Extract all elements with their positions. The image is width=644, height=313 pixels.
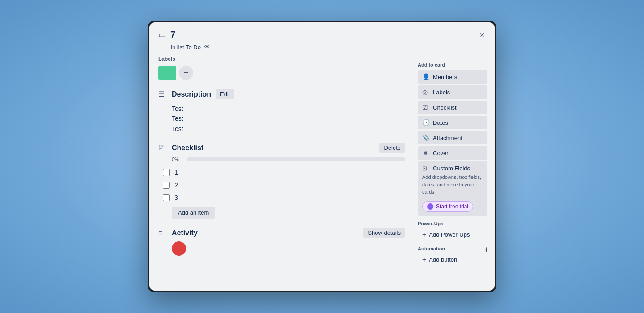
label-green <box>158 66 176 80</box>
checklist-items: 1 2 3 <box>158 166 405 204</box>
checklist-header: ☑ Checklist Delete <box>158 143 405 153</box>
cover-label: Cover <box>433 150 449 156</box>
card-icon: ▭ <box>158 30 166 40</box>
checklist-label-1: 1 <box>174 169 178 176</box>
description-header: ☰ Description Edit <box>158 89 405 99</box>
modal-wrapper: ▭ 7 × in list To Do 👁 Labels + <box>148 21 496 292</box>
custom-fields-label: Custom Fields <box>433 165 470 172</box>
list-link[interactable]: To Do <box>186 44 201 51</box>
labels-label: Labels <box>433 89 450 96</box>
activity-icon: ≡ <box>158 229 167 237</box>
custom-fields-description: Add dropdowns, text fields, dates, and m… <box>422 173 483 196</box>
card-title: 7 <box>170 30 175 40</box>
members-button[interactable]: 👤 Members <box>418 70 487 84</box>
desc-line-3: Test <box>172 124 405 134</box>
add-button-row[interactable]: + Add button <box>418 254 487 266</box>
sidebar: Add to card 👤 Members ◎ Labels ☑ Checkli… <box>414 56 495 291</box>
checklist-item-1: 1 <box>163 166 405 179</box>
edit-description-button[interactable]: Edit <box>216 89 234 99</box>
checklist-btn-label: Checklist <box>433 104 457 111</box>
progress-percent: 0% <box>172 156 182 162</box>
close-button[interactable]: × <box>475 28 489 42</box>
checklist-checkbox-1[interactable] <box>163 169 170 176</box>
attachment-label: Attachment <box>433 135 462 141</box>
checklist-icon: ☑ <box>158 144 167 152</box>
in-list-row: in list To Do 👁 <box>149 43 495 56</box>
trial-label: Start free trial <box>436 203 468 210</box>
add-button-label: Add button <box>429 256 457 263</box>
automation-info-icon[interactable]: ℹ <box>485 246 487 254</box>
checklist-btn-icon: ☑ <box>422 104 429 111</box>
add-button-icon: + <box>422 256 426 264</box>
add-to-card-title: Add to card <box>418 62 487 68</box>
labels-row: + <box>158 66 405 80</box>
custom-fields-header: ⊡ Custom Fields <box>422 165 470 172</box>
attachment-icon: 📎 <box>422 134 429 141</box>
checklist-checkbox-2[interactable] <box>163 182 170 189</box>
add-item-button[interactable]: Add an item <box>172 207 215 219</box>
members-icon: 👤 <box>422 73 429 80</box>
description-section: ☰ Description Edit Test Test Test <box>158 89 405 134</box>
desc-line-1: Test <box>172 104 405 114</box>
activity-title: Activity <box>172 229 363 237</box>
show-details-button[interactable]: Show details <box>363 228 405 238</box>
checklist-item-3: 3 <box>163 191 405 204</box>
custom-fields-section: ⊡ Custom Fields Add dropdowns, text fiel… <box>418 161 487 216</box>
watch-icon[interactable]: 👁 <box>204 43 210 51</box>
automation-title: Automation <box>418 246 445 251</box>
checklist-section: ☑ Checklist Delete 0% 1 <box>158 143 405 219</box>
avatar-row <box>158 241 405 256</box>
progress-bar-background <box>187 157 405 161</box>
automation-section: Automation ℹ <box>418 242 487 254</box>
checklist-label-3: 3 <box>174 194 178 201</box>
attachment-button[interactable]: 📎 Attachment <box>418 131 487 144</box>
checklist-button[interactable]: ☑ Checklist <box>418 101 487 114</box>
avatar <box>172 241 186 256</box>
cover-icon: 🖥 <box>422 149 429 156</box>
desc-line-2: Test <box>172 114 405 123</box>
labels-section: Labels + <box>158 56 405 80</box>
dates-button[interactable]: 🕐 Dates <box>418 116 487 129</box>
trial-icon <box>427 203 433 210</box>
description-text: Test Test Test <box>158 104 405 134</box>
description-title: Description <box>172 90 211 98</box>
add-power-ups-button[interactable]: + Add Power-Ups <box>418 229 487 241</box>
delete-checklist-button[interactable]: Delete <box>379 143 405 153</box>
add-label-button[interactable]: + <box>179 66 193 80</box>
checklist-label-2: 2 <box>174 182 178 189</box>
labels-button[interactable]: ◎ Labels <box>418 85 487 99</box>
modal-body: Labels + ☰ Description Edit <box>149 56 495 291</box>
add-power-ups-icon: + <box>422 231 426 239</box>
checklist-title: Checklist <box>172 144 379 152</box>
power-ups-title: Power-Ups <box>418 221 487 226</box>
activity-header: ≡ Activity Show details <box>158 228 405 238</box>
labels-icon: ◎ <box>422 89 429 96</box>
dates-label: Dates <box>433 119 448 126</box>
labels-title: Labels <box>158 56 405 62</box>
main-content: Labels + ☰ Description Edit <box>149 56 414 291</box>
checklist-item-2: 2 <box>163 179 405 191</box>
modal-header: ▭ 7 × <box>149 22 495 43</box>
custom-fields-icon: ⊡ <box>422 165 429 172</box>
cover-button[interactable]: 🖥 Cover <box>418 146 487 160</box>
progress-row: 0% <box>158 156 405 162</box>
start-trial-button[interactable]: Start free trial <box>422 201 473 212</box>
members-label: Members <box>433 74 457 80</box>
add-power-ups-label: Add Power-Ups <box>429 231 470 238</box>
modal: ▭ 7 × in list To Do 👁 Labels + <box>149 22 495 291</box>
description-icon: ☰ <box>158 90 167 98</box>
checklist-checkbox-3[interactable] <box>163 194 170 201</box>
dates-icon: 🕐 <box>422 119 429 126</box>
